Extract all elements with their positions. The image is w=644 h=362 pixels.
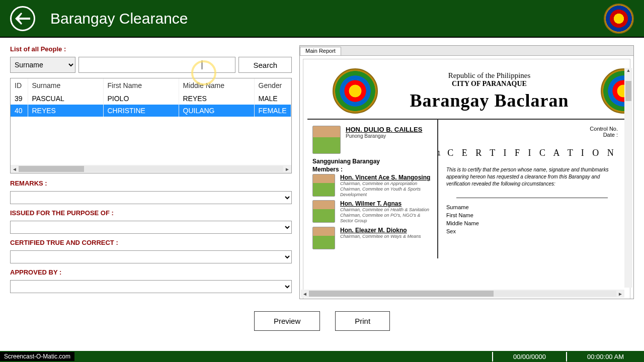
republic-line: Republic of the Philippines (378, 71, 601, 80)
scroll-up-icon[interactable]: ▲ (624, 68, 632, 73)
official-photo (312, 126, 341, 154)
scroll-thumb[interactable] (19, 166, 84, 172)
app-header: Barangay Clearance (0, 0, 644, 38)
text-cursor (202, 60, 202, 69)
member-desc: Chairman, Commitee on Health & Sanitatio… (340, 207, 432, 223)
cell-id: 40 (11, 105, 28, 117)
city-line: CITY OF PARANAQUE (378, 80, 601, 88)
cell-surname: REYES (28, 105, 103, 117)
members-label: Members : (312, 166, 432, 173)
action-buttons: Preview Print (0, 304, 644, 338)
list-label: List of all People : (10, 45, 292, 53)
officials-sidebar: HON. DULIO B. CAILLES Punong Barangay Sa… (307, 120, 438, 258)
barangay-name: Barangay Baclaran (378, 90, 601, 111)
people-grid[interactable]: ID Surname First Name Middle Name Gender… (10, 78, 292, 173)
member-desc: Chairman, Commitee on AppropriationChair… (340, 181, 432, 197)
scroll-thumb[interactable] (625, 81, 631, 101)
official-photo (312, 200, 335, 223)
certified-label: CERTIFIED TRUE AND CORRECT : (10, 239, 292, 246)
page-title: Barangay Clearance (50, 10, 188, 27)
scroll-right-icon[interactable]: ► (283, 165, 291, 173)
col-first: First Name (103, 78, 179, 93)
left-panel: List of all People : Surname Search ID S… (10, 45, 292, 299)
scroll-right-icon[interactable]: ► (616, 290, 624, 298)
chairman-name: HON. DULIO B. CAILLES (346, 126, 422, 133)
official-photo (312, 174, 335, 197)
member-row: Hon. Vincent Ace S. MangosingChairman, C… (312, 174, 432, 197)
search-button[interactable]: Search (238, 57, 292, 73)
preview-button[interactable]: Preview (254, 311, 320, 331)
date-label: Date : (446, 132, 618, 138)
field-surname: Surname (446, 204, 618, 210)
search-input[interactable] (78, 57, 235, 73)
footer-time: 00:00:00 AM (566, 352, 644, 361)
chairman-title: Punong Barangay (346, 133, 422, 139)
member-desc: Chairman, Commitee on Ways & Means (340, 234, 421, 239)
footer-date: 00/00/0000 (492, 352, 566, 361)
col-gender: Gender (254, 78, 291, 93)
member-name: Hon. Vincent Ace S. Mangosing (340, 174, 432, 181)
field-first: First Name (446, 212, 618, 218)
cell-gender: FEMALE (254, 105, 291, 117)
watermark: Screencast-O-Matic.com (0, 352, 74, 361)
approved-label: APPROVED BY : (10, 268, 292, 276)
remarks-label: REMARKS : (10, 179, 292, 187)
grid-header-row: ID Surname First Name Middle Name Gender (11, 78, 291, 93)
scroll-left-icon[interactable]: ◄ (11, 165, 19, 173)
purpose-dropdown[interactable] (10, 221, 292, 234)
cell-first: PIOLO (103, 93, 179, 105)
arrow-left-icon (15, 13, 30, 25)
control-no-label: Control No. (446, 126, 618, 132)
city-seal-icon (604, 4, 634, 34)
member-row: Hon. Wilmer T. AgnasChairman, Commitee o… (312, 200, 432, 223)
cell-first: CHRISTINE (103, 105, 179, 117)
table-row[interactable]: 40REYESCHRISTINEQUILANGFEMALE (11, 105, 291, 117)
page-number: 1 (437, 150, 441, 157)
col-id: ID (11, 78, 28, 93)
official-photo (312, 227, 335, 249)
field-sex: Sex (446, 228, 618, 234)
grid-h-scrollbar[interactable]: ◄ ► (11, 165, 291, 173)
cell-surname: PASCUAL (28, 93, 103, 105)
field-list: Surname First Name Middle Name Sex (446, 204, 618, 234)
purpose-label: ISSUED FOR THE PURPOSE OF : (10, 209, 292, 217)
status-bar: Screencast-O-Matic.com 00/00/0000 00:00:… (0, 351, 644, 362)
report-viewer: Main Report Republic of the Philippines … (299, 45, 634, 299)
cell-middle: QUILANG (179, 105, 254, 117)
scroll-left-icon[interactable]: ◄ (301, 290, 309, 298)
report-h-scrollbar[interactable]: ◄ ► (301, 290, 624, 298)
table-row[interactable]: 39PASCUALPIOLOREYESMALE (11, 93, 291, 105)
member-row: Hon. Eleazer M. DioknoChairman, Commitee… (312, 227, 432, 249)
approved-dropdown[interactable] (10, 280, 292, 293)
field-middle: Middle Name (446, 220, 618, 226)
remarks-dropdown[interactable] (10, 191, 292, 204)
col-middle: Middle Name (179, 78, 254, 93)
certification-title: C E R T I F I C A T I O N (446, 148, 618, 158)
cell-gender: MALE (254, 93, 291, 105)
member-name: Hon. Wilmer T. Agnas (340, 200, 432, 207)
scroll-thumb[interactable] (309, 291, 494, 297)
certified-dropdown[interactable] (10, 250, 292, 263)
tab-strip: Main Report (300, 46, 633, 56)
report-v-scrollbar[interactable]: ▲ (624, 68, 632, 288)
search-by-dropdown[interactable]: Surname (10, 57, 75, 73)
search-row: Surname Search (10, 57, 292, 73)
member-name: Hon. Eleazer M. Diokno (340, 227, 421, 234)
certification-body: This is to certify that the person whose… (446, 166, 618, 188)
barangay-seal-icon (333, 68, 378, 114)
col-surname: Surname (28, 78, 103, 93)
report-page: Republic of the Philippines CITY OF PARA… (303, 59, 630, 299)
back-button[interactable] (10, 6, 35, 31)
tab-main-report[interactable]: Main Report (300, 47, 341, 55)
cell-id: 39 (11, 93, 28, 105)
print-button[interactable]: Print (335, 311, 390, 331)
council-label: Sangguniang Barangay (312, 158, 432, 165)
cell-middle: REYES (179, 93, 254, 105)
